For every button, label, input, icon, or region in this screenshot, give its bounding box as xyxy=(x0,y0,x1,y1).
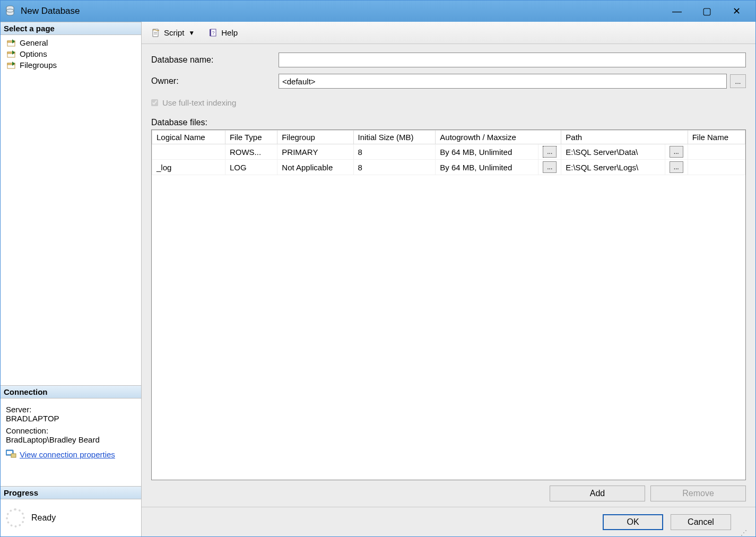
svg-rect-10 xyxy=(11,454,16,457)
left-panel: Select a page General xyxy=(1,22,142,536)
script-label: Script xyxy=(164,28,184,37)
cell-file-type[interactable]: ROWS... xyxy=(225,144,277,160)
page-icon xyxy=(7,61,16,70)
spinner-icon xyxy=(6,508,25,527)
fulltext-checkbox xyxy=(151,99,158,106)
cell-logical-name[interactable] xyxy=(152,144,225,160)
col-file-name[interactable]: File Name xyxy=(688,131,745,144)
cell-file-name[interactable] xyxy=(688,160,745,175)
progress-status: Ready xyxy=(31,513,56,523)
fulltext-label: Use full-text indexing xyxy=(162,98,236,107)
cell-file-name[interactable] xyxy=(688,144,745,160)
cell-path[interactable]: E:\SQL Server\Data\ xyxy=(561,144,665,160)
minimize-button[interactable]: — xyxy=(662,3,692,20)
resize-grip-icon[interactable]: ⋰ xyxy=(741,529,748,536)
table-row[interactable]: ROWS...PRIMARY8By 64 MB, Unlimited...E:\… xyxy=(152,144,745,160)
select-page-section: Select a page General xyxy=(1,22,141,73)
main-toolbar: Script ▼ ? Help xyxy=(142,22,755,44)
cell-initial-size[interactable]: 8 xyxy=(353,160,436,175)
title-bar: New Database — ▢ ✕ xyxy=(1,1,755,22)
col-file-type[interactable]: File Type xyxy=(225,131,277,144)
svg-rect-12 xyxy=(210,29,211,36)
add-button[interactable]: Add xyxy=(550,486,645,501)
ok-button[interactable]: OK xyxy=(603,514,663,530)
page-item-general[interactable]: General xyxy=(2,37,140,48)
window-title: New Database xyxy=(21,6,662,16)
col-logical-name[interactable]: Logical Name xyxy=(152,131,225,144)
progress-section: Progress Ready xyxy=(1,486,141,536)
grid-header-row: Logical Name File Type Filegroup Initial… xyxy=(152,131,745,144)
cell-path[interactable]: E:\SQL Server\Logs\ xyxy=(561,160,665,175)
cell-filegroup[interactable]: PRIMARY xyxy=(277,144,353,160)
cancel-button[interactable]: Cancel xyxy=(671,514,731,530)
path-browse-button[interactable]: ... xyxy=(670,161,683,173)
main-panel: Script ▼ ? Help Database name: Owner: xyxy=(142,22,755,536)
connection-label: Connection: xyxy=(6,426,136,435)
dialog-footer: OK Cancel ⋰ xyxy=(142,507,755,536)
col-initial-size[interactable]: Initial Size (MB) xyxy=(353,131,436,144)
close-button[interactable]: ✕ xyxy=(722,3,751,20)
cell-autogrowth[interactable]: By 64 MB, Unlimited xyxy=(436,144,538,160)
cell-filegroup[interactable]: Not Applicable xyxy=(277,160,353,175)
connection-section: Connection Server: BRADLAPTOP Connection… xyxy=(1,385,141,486)
script-button[interactable]: Script ▼ xyxy=(148,27,198,39)
cell-autogrowth[interactable]: By 64 MB, Unlimited xyxy=(436,160,538,175)
table-row[interactable]: _logLOGNot Applicable8By 64 MB, Unlimite… xyxy=(152,160,745,175)
database-files-label: Database files: xyxy=(151,118,746,127)
autogrowth-browse-button[interactable]: ... xyxy=(543,161,557,173)
owner-browse-button[interactable]: ... xyxy=(730,74,746,88)
remove-button[interactable]: Remove xyxy=(650,486,746,501)
cell-logical-name[interactable]: _log xyxy=(152,160,225,175)
col-autogrowth[interactable]: Autogrowth / Maxsize xyxy=(436,131,561,144)
col-path[interactable]: Path xyxy=(561,131,688,144)
connection-value: BradLaptop\Bradley Beard xyxy=(6,435,136,444)
window-frame: New Database — ▢ ✕ Select a page General xyxy=(0,0,756,537)
owner-input[interactable] xyxy=(279,74,727,89)
script-icon xyxy=(151,28,161,38)
view-connection-properties-link[interactable]: View connection properties xyxy=(20,450,115,459)
database-files-grid[interactable]: Logical Name File Type Filegroup Initial… xyxy=(151,129,746,480)
page-label: Filegroups xyxy=(20,60,57,70)
help-label: Help xyxy=(221,28,238,37)
progress-header: Progress xyxy=(1,486,141,499)
path-browse-button[interactable]: ... xyxy=(670,146,683,158)
server-label: Server: xyxy=(6,405,136,414)
cell-file-type[interactable]: LOG xyxy=(225,160,277,175)
maximize-button[interactable]: ▢ xyxy=(692,3,722,20)
page-item-options[interactable]: Options xyxy=(2,48,140,59)
chevron-down-icon: ▼ xyxy=(188,29,195,37)
connection-header: Connection xyxy=(1,385,141,399)
database-name-input[interactable] xyxy=(279,53,746,67)
page-label: Options xyxy=(20,49,47,58)
help-button[interactable]: ? Help xyxy=(205,27,241,39)
cell-initial-size[interactable]: 8 xyxy=(353,144,436,160)
owner-label: Owner: xyxy=(151,76,279,86)
autogrowth-browse-button[interactable]: ... xyxy=(543,146,557,158)
database-icon xyxy=(5,5,15,18)
svg-text:?: ? xyxy=(212,30,215,36)
page-icon xyxy=(7,50,16,58)
select-page-header: Select a page xyxy=(1,22,141,35)
page-label: General xyxy=(20,38,48,47)
help-icon: ? xyxy=(208,28,218,38)
page-icon xyxy=(7,39,16,47)
server-value: BRADLAPTOP xyxy=(6,414,136,423)
col-filegroup[interactable]: Filegroup xyxy=(277,131,353,144)
database-name-label: Database name: xyxy=(151,55,279,65)
page-item-filegroups[interactable]: Filegroups xyxy=(2,59,140,71)
monitor-icon xyxy=(6,449,16,460)
